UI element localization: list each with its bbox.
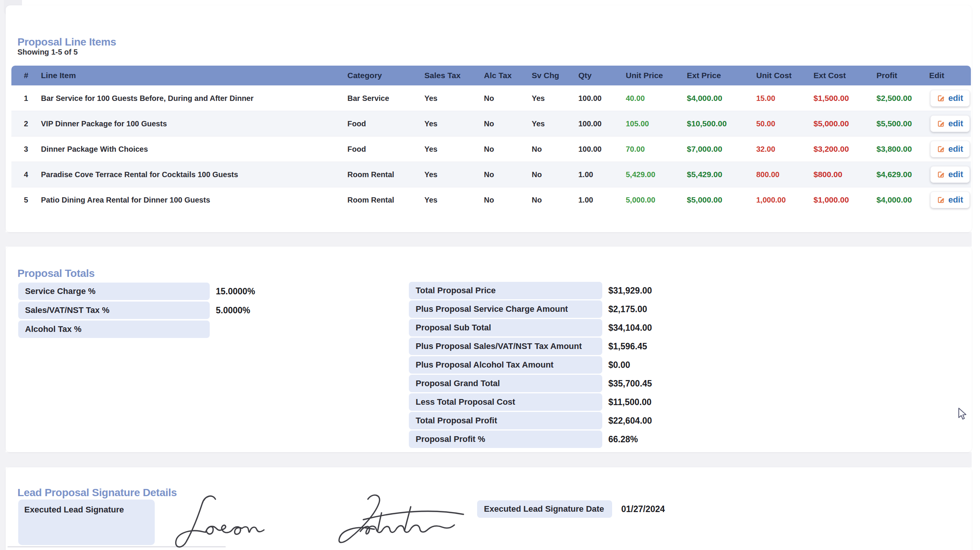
totals-row: Less Total Proposal Cost $11,500.00 [409, 393, 652, 411]
profit: $4,000.00 [877, 196, 929, 205]
totals-value: $35,700.45 [608, 378, 652, 389]
totals-row: Plus Proposal Alcohol Tax Amount $0.00 [409, 356, 652, 374]
alc-tax: No [484, 145, 532, 154]
card-gap [0, 452, 972, 467]
totals-value: $22,604.00 [608, 416, 652, 426]
category: Food [347, 119, 425, 128]
qty: 1.00 [578, 170, 626, 179]
totals-left-column: Service Charge % 15.0000% Sales/VAT/NST … [18, 283, 255, 338]
qty: 1.00 [578, 196, 626, 205]
edit-button[interactable]: edit [930, 192, 970, 208]
row-num: 1 [24, 94, 41, 103]
alc-tax: No [484, 94, 532, 103]
alc-tax: No [484, 119, 532, 128]
col-header-sv-chg: Sv Chg [532, 71, 578, 80]
totals-value: $34,104.00 [608, 323, 652, 333]
totals-value: $11,500.00 [608, 397, 652, 407]
totals-row: Total Proposal Profit $22,604.00 [409, 412, 652, 429]
table-header-row: # Line Item Category Sales Tax Alc Tax S… [11, 66, 971, 85]
totals-title: Proposal Totals [18, 267, 94, 280]
ext-cost: $800.00 [813, 170, 877, 179]
line-item-name: Patio Dining Area Rental for Dinner 100 … [41, 196, 347, 205]
signature-title: Lead Proposal Signature Details [18, 486, 177, 499]
totals-row: Proposal Profit % 66.28% [409, 431, 652, 448]
unit-cost: 1,000.00 [756, 196, 813, 205]
edit-pencil-icon [937, 196, 945, 204]
totals-label: Less Total Proposal Cost [409, 393, 602, 411]
totals-label: Service Charge % [18, 283, 210, 300]
totals-row: Proposal Sub Total $34,104.00 [409, 319, 652, 337]
lead-signature [156, 493, 470, 550]
sv-chg: Yes [532, 94, 578, 103]
page-background-strip [0, 0, 6, 550]
edit-button[interactable]: edit [930, 166, 970, 183]
totals-right-column: Total Proposal Price $31,929.00 Plus Pro… [409, 282, 652, 448]
unit-price: 105.00 [626, 119, 687, 128]
mouse-cursor [957, 407, 969, 421]
totals-value: $2,175.00 [608, 304, 647, 315]
totals-row: Alcohol Tax % [18, 321, 255, 338]
row-num: 4 [24, 170, 41, 179]
showing-count: Showing 1-5 of 5 [18, 48, 78, 57]
col-header-sales-tax: Sales Tax [425, 71, 484, 80]
qty: 100.00 [578, 145, 626, 154]
executed-signature-label: Executed Lead Signature [18, 499, 155, 545]
col-header-ext-cost: Ext Cost [813, 71, 877, 80]
ext-cost: $5,000.00 [813, 119, 877, 128]
edit-pencil-icon [937, 145, 945, 153]
ext-price: $7,000.00 [687, 145, 756, 154]
sales-tax: Yes [425, 196, 484, 205]
sales-tax: Yes [425, 145, 484, 154]
profit: $4,629.00 [877, 170, 929, 179]
table-row: 5 Patio Dining Area Rental for Dinner 10… [11, 187, 971, 212]
table-row: 2 VIP Dinner Package for 100 Guests Food… [11, 111, 971, 136]
totals-value: $0.00 [608, 360, 630, 370]
unit-cost: 800.00 [756, 170, 813, 179]
line-item-name: Bar Service for 100 Guests Before, Durin… [41, 94, 347, 103]
totals-value: $31,929.00 [608, 286, 652, 296]
executed-signature-date-value: 01/27/2024 [621, 500, 665, 518]
totals-label: Proposal Profit % [409, 431, 602, 448]
totals-value: 15.0000% [216, 286, 255, 297]
line-item-name: VIP Dinner Package for 100 Guests [41, 119, 347, 128]
totals-row: Proposal Grand Total $35,700.45 [409, 375, 652, 392]
totals-value: $1,596.45 [608, 342, 647, 351]
profit: $5,500.00 [877, 119, 929, 128]
totals-label: Total Proposal Profit [409, 412, 602, 429]
ext-price: $5,000.00 [687, 196, 756, 205]
ext-cost: $1,000.00 [813, 196, 877, 205]
line-items-title: Proposal Line Items [18, 36, 116, 48]
totals-row: Plus Proposal Service Charge Amount $2,1… [409, 300, 652, 318]
alc-tax: No [484, 196, 532, 205]
row-num: 5 [24, 196, 41, 205]
col-header-num: # [24, 71, 41, 80]
sales-tax: Yes [425, 119, 484, 128]
line-items-table: # Line Item Category Sales Tax Alc Tax S… [11, 66, 971, 212]
col-header-unit-price: Unit Price [626, 71, 687, 80]
line-item-name: Paradise Cove Terrace Rental for Cocktai… [41, 170, 347, 179]
row-num: 3 [24, 145, 41, 154]
unit-cost: 15.00 [756, 94, 813, 103]
category: Room Rental [347, 196, 425, 205]
col-header-category: Category [347, 71, 425, 80]
edit-pencil-icon [937, 94, 945, 102]
line-item-name: Dinner Package With Choices [41, 145, 347, 154]
totals-row: Service Charge % 15.0000% [18, 283, 255, 300]
unit-price: 5,000.00 [626, 196, 687, 205]
ext-cost: $3,200.00 [813, 145, 877, 154]
profit: $3,800.00 [877, 145, 929, 154]
totals-label: Sales/VAT/NST Tax % [18, 302, 210, 319]
edit-button[interactable]: edit [930, 115, 970, 132]
category: Room Rental [347, 170, 425, 179]
totals-label: Proposal Grand Total [409, 375, 602, 392]
totals-row: Sales/VAT/NST Tax % 5.0000% [18, 302, 255, 319]
edit-pencil-icon [937, 170, 945, 179]
totals-label: Plus Proposal Alcohol Tax Amount [409, 356, 602, 374]
category: Bar Service [347, 94, 425, 103]
totals-row: Total Proposal Price $31,929.00 [409, 282, 652, 299]
sv-chg: No [532, 196, 578, 205]
totals-label: Alcohol Tax % [18, 321, 210, 338]
table-row: 1 Bar Service for 100 Guests Before, Dur… [11, 85, 971, 111]
edit-button[interactable]: edit [930, 141, 970, 157]
edit-button[interactable]: edit [930, 90, 970, 107]
